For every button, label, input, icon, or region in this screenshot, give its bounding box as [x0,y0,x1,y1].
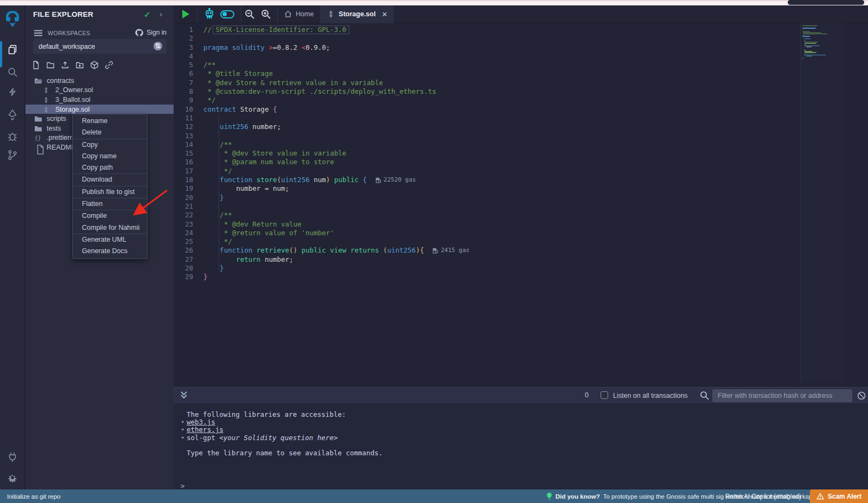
context-menu-copy-path[interactable]: Copy path [73,162,147,173]
workspace-spinner-icon: ⇅ [154,42,162,50]
line-number: 23 [174,220,203,229]
chevron-right-icon[interactable]: › [159,9,162,18]
line-number: 10 [174,105,203,114]
rail-debugger-icon[interactable] [0,128,25,145]
solidity-icon [43,106,51,113]
remix-logo-icon[interactable] [4,10,21,28]
terminal-line: Type the library name to see available c… [181,449,868,457]
file-explorer-toolbar [31,60,114,70]
code-line-16: 16 * @param num value to store [174,158,868,166]
line-number: 2 [174,34,203,43]
solidity-icon [43,96,51,104]
line-number: 4 [174,52,203,61]
rail-search-icon[interactable] [0,63,25,81]
context-menu-compile[interactable]: Compile [73,210,147,222]
editor-area: Home Storage.sol ✕ 1// SPDX-License-Iden… [174,5,868,489]
workspace-selector[interactable]: default_workspace ⇅ [33,39,167,54]
terminal-header: 0 Listen on all transactions [174,387,868,403]
line-number: 24 [174,229,203,237]
gas-estimate-badge: 22520 gas [375,176,416,184]
context-menu-download[interactable]: Download [73,174,147,185]
check-icon[interactable]: ✓ [144,10,151,20]
line-number: 25 [174,237,203,246]
rail-solidity-compiler-icon[interactable] [0,85,25,102]
tree-item-contracts[interactable]: contracts [25,76,174,86]
context-menu-delete[interactable]: Delete [73,127,147,138]
rail-file-explorer-icon[interactable] [0,41,25,59]
rail-deploy-run-icon[interactable] [0,106,25,124]
rail-git-icon[interactable] [0,146,25,164]
editor-tabbar: Home Storage.sol ✕ [174,5,868,23]
tree-item-2-owner-sol[interactable]: 2_Owner.sol [25,86,174,95]
close-tab-icon[interactable]: ✕ [381,10,387,18]
code-line-25: 25 */ [174,237,868,246]
github-icon [135,29,143,36]
context-menu-generate-docs[interactable]: Generate Docs [73,246,147,257]
file-context-menu: RenameDeleteCopyCopy nameCopy pathDownlo… [72,114,148,259]
editor-minimap[interactable] [800,23,845,381]
terminal-search-icon[interactable] [700,391,709,400]
code-line-19: 19 number = num; [174,184,868,193]
code-line-28: 28 } [174,264,868,273]
listen-all-transactions-checkbox[interactable] [601,391,608,399]
tab-home[interactable]: Home [278,5,320,23]
zoom-out-icon[interactable] [244,9,255,20]
new-file-icon[interactable] [31,60,41,70]
rail-plugin-manager-icon[interactable] [0,448,25,466]
line-number: 14 [174,140,203,149]
code-line-13: 13 [174,132,868,140]
code-line-8: 8 * @custom:dev-run-script ./scripts/dep… [174,87,868,96]
code-line-1: 1// SPDX-License-Identifier: GPL-3.0 [174,25,868,34]
code-line-29: 29} [174,273,868,281]
copilot-status[interactable]: RemixAI Copilot (enabled) [725,493,801,500]
context-menu-copy-name[interactable]: Copy name [73,151,147,162]
line-number: 17 [174,167,203,176]
rail-settings-icon[interactable] [0,470,25,487]
copilot-toggle[interactable] [220,10,234,18]
indent-guide [219,114,219,273]
upload-folder-icon[interactable] [75,60,85,70]
folder-icon [34,125,42,132]
remix-ai-robot-icon[interactable] [203,8,216,20]
scam-alert-button[interactable]: Scam Alert [810,489,868,503]
context-menu-flatten[interactable]: Flatten [73,198,147,210]
sign-in-button[interactable]: Sign in [135,29,167,36]
terminal-output[interactable]: The following libraries are accessible:•… [174,403,868,489]
context-menu-rename[interactable]: Rename [73,115,147,127]
git-init-button[interactable]: Initialize as git repo [7,493,60,500]
clear-console-icon[interactable] [857,391,866,400]
workspaces-label: WORKSPACES [48,30,90,36]
context-menu-publish-file-to-gist[interactable]: Publish file to gist [73,186,147,198]
code-line-3: 3pragma solidity >=0.8.2 <0.9.0; [174,43,868,52]
code-editor[interactable]: 1// SPDX-License-Identifier: GPL-3.023pr… [174,23,868,387]
terminal-link-web3.js[interactable]: web3.js [187,418,215,426]
context-menu-copy[interactable]: Copy [73,139,147,151]
terminal-prompt[interactable]: > [181,482,185,490]
hamburger-menu-icon[interactable] [34,30,42,36]
tree-item-3-ballot-sol[interactable]: 3_Ballot.sol [25,95,174,105]
svg-text:{}: {} [35,135,41,141]
line-number: 13 [174,132,203,140]
code-line-10: 10contract Storage { [174,105,868,114]
line-number: 22 [174,211,203,220]
code-line-14: 14 /** [174,140,868,149]
transaction-filter-input[interactable] [712,389,852,402]
zoom-in-icon[interactable] [260,9,271,20]
code-line-6: 6 * @title Storage [174,69,868,78]
cube-icon[interactable] [90,60,99,70]
upload-file-icon[interactable] [60,60,70,70]
line-number: 18 [174,176,203,184]
context-menu-compile-for-nahmii[interactable]: Compile for Nahmii [73,222,147,234]
expand-terminal-icon[interactable] [180,391,188,399]
context-menu-generate-uml[interactable]: Generate UML [73,234,147,246]
terminal-link-ethers.js[interactable]: ethers.js [187,425,224,434]
tab-storage-sol[interactable]: Storage.sol ✕ [321,5,394,23]
workspaces-row: WORKSPACES Sign in [25,28,174,40]
new-folder-icon[interactable] [46,60,55,70]
solidity-file-icon [327,10,335,18]
link-icon[interactable] [104,60,114,70]
tree-item-storage-sol[interactable]: Storage.sol [25,105,174,114]
code-line-7: 7 * @dev Store & retrieve value in a var… [174,79,868,87]
line-number: 6 [174,69,203,78]
run-script-button[interactable] [182,10,189,18]
